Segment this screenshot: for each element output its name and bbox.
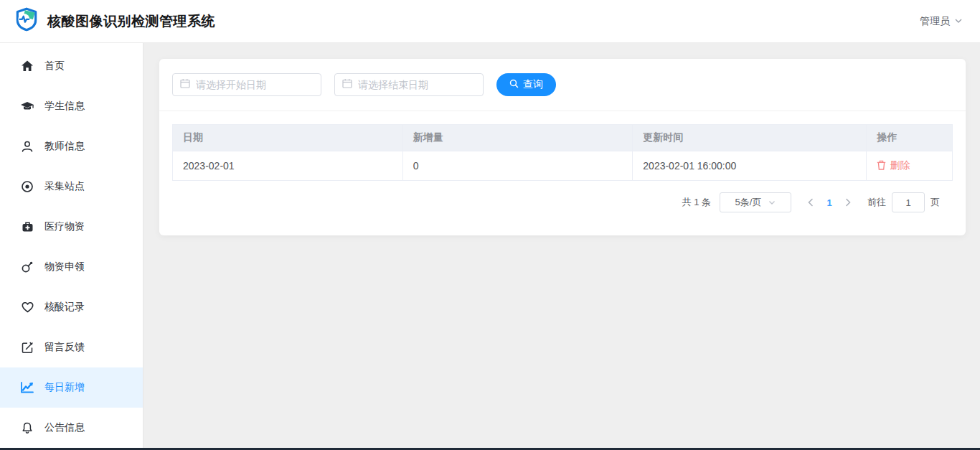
total-count: 共 1 条 <box>682 196 711 209</box>
user-menu-label: 管理员 <box>920 15 950 28</box>
cell-date: 2023-02-01 <box>173 151 403 181</box>
search-button-label: 查询 <box>523 78 543 91</box>
sidebar-item-stations[interactable]: 采集站点 <box>0 167 143 207</box>
cell-count: 0 <box>402 151 633 181</box>
next-page-button[interactable] <box>839 192 857 212</box>
sidebar-item-label: 教师信息 <box>44 140 85 153</box>
page-number-1[interactable]: 1 <box>820 197 839 208</box>
sidebar-item-teachers[interactable]: 教师信息 <box>0 126 143 167</box>
sidebar-item-label: 物资申领 <box>44 261 85 273</box>
sidebar-item-label: 留言反馈 <box>44 341 85 354</box>
cell-updated: 2023-02-01 16:00:00 <box>633 151 867 181</box>
table-header-row: 日期 新增量 更新时间 操作 <box>173 125 953 151</box>
target-icon <box>20 179 34 194</box>
sidebar-item-supply-claim[interactable]: 物资申领 <box>0 247 143 287</box>
search-button[interactable]: 查询 <box>496 73 556 96</box>
sidebar-item-label: 公告信息 <box>44 421 85 434</box>
sidebar-item-label: 采集站点 <box>44 180 85 193</box>
col-header-date: 日期 <box>173 125 403 151</box>
trash-icon <box>877 160 886 172</box>
page-size-select[interactable]: 5条/页 <box>720 192 791 212</box>
sidebar-item-label: 核酸记录 <box>44 301 85 314</box>
sidebar-item-label: 医疗物资 <box>44 220 85 233</box>
sidebar-item-students[interactable]: 学生信息 <box>0 86 143 126</box>
search-bar: 查询 <box>159 59 966 111</box>
graduation-cap-icon <box>20 99 34 113</box>
edit-square-icon <box>20 340 34 355</box>
goto-page-input[interactable] <box>892 192 925 212</box>
calendar-icon <box>342 78 352 91</box>
sidebar-item-feedback[interactable]: 留言反馈 <box>0 327 143 367</box>
home-icon <box>20 59 34 73</box>
table-section: 日期 新增量 更新时间 操作 2023-02-01 0 2023-02-01 1… <box>159 111 966 212</box>
start-date-input[interactable] <box>196 79 326 90</box>
sidebar-item-daily-new[interactable]: 每日新增 <box>0 367 143 408</box>
sidebar: 首页 学生信息 教师信息 采集站点 医疗物资 <box>0 43 143 448</box>
sidebar-item-announcements[interactable]: 公告信息 <box>0 408 143 448</box>
bell-icon <box>20 421 34 435</box>
user-menu[interactable]: 管理员 <box>920 15 963 28</box>
user-icon <box>20 139 34 154</box>
end-date-picker[interactable] <box>334 73 484 96</box>
sidebar-item-label: 每日新增 <box>44 381 85 394</box>
line-chart-icon <box>20 380 34 395</box>
chevron-down-icon <box>768 197 776 208</box>
col-header-count: 新增量 <box>402 125 633 151</box>
page-size-label: 5条/页 <box>735 196 762 209</box>
prev-page-button[interactable] <box>801 192 820 212</box>
sidebar-item-label: 首页 <box>44 60 65 72</box>
claim-icon <box>20 260 34 274</box>
start-date-picker[interactable] <box>172 73 321 96</box>
data-table: 日期 新增量 更新时间 操作 2023-02-01 0 2023-02-01 1… <box>172 124 953 181</box>
medkit-icon <box>20 220 34 234</box>
delete-button[interactable]: 删除 <box>877 159 910 172</box>
pagination: 共 1 条 5条/页 1 前往 <box>172 181 953 212</box>
heart-icon <box>20 300 34 314</box>
shield-pulse-logo-icon <box>13 6 40 37</box>
col-header-action: 操作 <box>867 125 953 151</box>
sidebar-item-medical-supplies[interactable]: 医疗物资 <box>0 207 143 247</box>
app-header: 核酸图像识别检测管理系统 管理员 <box>0 0 980 43</box>
col-header-updated: 更新时间 <box>633 125 867 151</box>
calendar-icon <box>180 78 190 91</box>
main-content: 查询 日期 新增量 更新时间 操作 <box>143 43 980 448</box>
delete-button-label: 删除 <box>890 159 910 172</box>
table-row[interactable]: 2023-02-01 0 2023-02-01 16:00:00 删除 <box>173 151 953 181</box>
page-title: 核酸图像识别检测管理系统 <box>47 12 215 31</box>
content-card: 查询 日期 新增量 更新时间 操作 <box>159 59 966 235</box>
sidebar-item-home[interactable]: 首页 <box>0 46 143 86</box>
end-date-input[interactable] <box>358 79 488 90</box>
chevron-down-icon <box>954 15 963 28</box>
app-logo: 核酸图像识别检测管理系统 <box>13 6 215 37</box>
page-unit-label: 页 <box>930 196 940 209</box>
sidebar-item-label: 学生信息 <box>44 100 85 113</box>
search-icon <box>509 79 519 90</box>
goto-label: 前往 <box>867 196 886 209</box>
sidebar-item-nucleic-records[interactable]: 核酸记录 <box>0 287 143 327</box>
cell-action: 删除 <box>867 151 953 181</box>
